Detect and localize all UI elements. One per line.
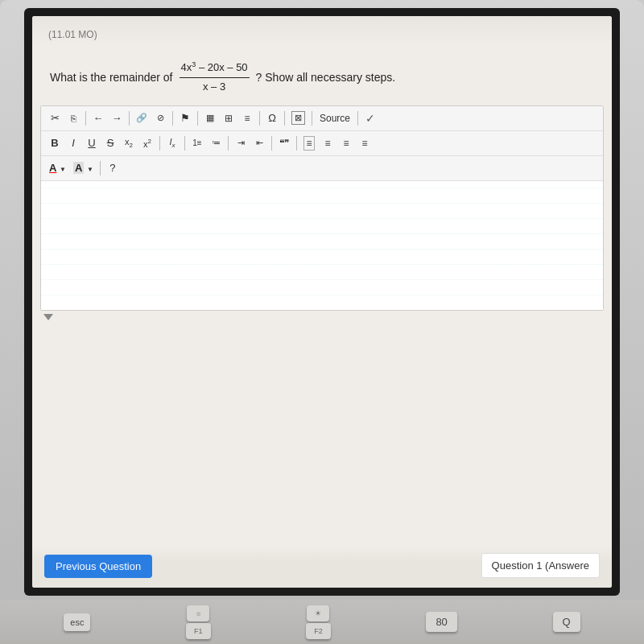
- align-center-icon: ≡: [303, 136, 314, 151]
- flag-icon: ⚑: [180, 112, 190, 124]
- top-content: (11.01 MO): [32, 16, 612, 44]
- question-status-text: Question 1 (Answere: [492, 559, 589, 572]
- laptop-shell: (11.01 MO) What is the remainder of 4x3 …: [0, 0, 644, 644]
- special-char-icon: ⊠: [291, 111, 305, 125]
- brightness-up-icon: ☀: [307, 605, 329, 621]
- separator-4: [197, 111, 198, 126]
- toolbar-buttons-row2: B I U S x2 x2 Ix: [46, 134, 374, 152]
- omega-button[interactable]: Ω: [263, 109, 281, 127]
- flag-button[interactable]: ⚑: [176, 109, 194, 127]
- justify-icon: ≡: [361, 138, 367, 149]
- toolbar-row3: A ▼ A ▼ ?: [41, 156, 603, 181]
- image-icon: ▦: [206, 113, 214, 123]
- list-icon: ≡: [244, 113, 250, 124]
- f3-key[interactable]: 80: [426, 612, 456, 632]
- justify-button[interactable]: ≡: [356, 134, 374, 152]
- separator-10: [184, 136, 185, 151]
- redo-button[interactable]: →: [108, 109, 126, 127]
- subscript-button[interactable]: x2: [120, 134, 138, 152]
- question-prefix: What is the remainder of: [50, 68, 173, 86]
- unordered-list-button[interactable]: ≔: [207, 134, 225, 152]
- special-char-button[interactable]: ⊠: [288, 109, 308, 127]
- separator-11: [228, 136, 229, 151]
- bg-dropdown-arrow-small: ▼: [87, 166, 93, 173]
- source-button[interactable]: Source: [316, 112, 354, 125]
- link-icon: 🔗: [136, 113, 147, 123]
- screen-content: (11.01 MO) What is the remainder of 4x3 …: [32, 16, 612, 588]
- question-text: What is the remainder of 4x3 – 20x – 50 …: [50, 59, 594, 96]
- f4-key[interactable]: Q: [553, 612, 580, 632]
- separator-14: [100, 161, 101, 175]
- strikethrough-button[interactable]: S: [101, 134, 119, 152]
- separator-2: [129, 111, 130, 126]
- bold-button[interactable]: B: [46, 134, 64, 152]
- separator-5: [259, 111, 260, 126]
- unordered-list-icon: ≔: [212, 138, 221, 148]
- toolbar-row1: ✂ ⎘ ← → 🔗 ⊘: [41, 106, 603, 131]
- align-right-button[interactable]: ≡: [337, 134, 355, 152]
- fraction-denominator: x – 3: [201, 78, 227, 96]
- table-button[interactable]: ⊞: [220, 109, 237, 127]
- clear-format-button[interactable]: Ix: [163, 134, 181, 152]
- align-left-button[interactable]: ≡: [319, 134, 336, 152]
- esc-key[interactable]: esc: [64, 613, 90, 631]
- undo-button[interactable]: ←: [89, 109, 107, 127]
- editor-body[interactable]: [41, 181, 603, 310]
- dropdown-area: [32, 311, 612, 324]
- unlink-icon: ⊘: [157, 113, 164, 123]
- toolbar-buttons-row3: A ▼ A ▼ ?: [46, 159, 122, 177]
- toolbar-row2: B I U S x2 x2 Ix: [41, 131, 603, 156]
- blockquote-icon: ❝❞: [279, 138, 289, 149]
- image-button[interactable]: ▦: [201, 109, 219, 127]
- blockquote-button[interactable]: ❝❞: [275, 134, 293, 152]
- clear-format-icon: Ix: [169, 137, 175, 149]
- cut-button[interactable]: ✂: [46, 109, 64, 127]
- outdent-icon: ⇤: [256, 138, 263, 148]
- unlink-button[interactable]: ⊘: [151, 109, 169, 127]
- separator-1: [85, 111, 86, 126]
- bg-color-icon: A ▼: [73, 162, 93, 174]
- question-area: What is the remainder of 4x3 – 20x – 50 …: [32, 44, 612, 105]
- f1-key-label[interactable]: F1: [186, 623, 211, 639]
- f2-key-label[interactable]: F2: [306, 623, 331, 639]
- copy-icon: ⎘: [71, 114, 76, 123]
- table-icon: ⊞: [225, 113, 233, 124]
- outdent-button[interactable]: ⇤: [250, 134, 268, 152]
- ordered-list-icon: 1≡: [192, 138, 201, 147]
- align-left-icon: ≡: [324, 138, 330, 149]
- superscript-button[interactable]: x2: [138, 134, 156, 152]
- omega-icon: Ω: [268, 112, 276, 124]
- top-partial-text: (11.01 MO): [48, 29, 97, 40]
- help-button[interactable]: ?: [104, 159, 122, 177]
- superscript-icon: x2: [143, 138, 151, 149]
- dropdown-arrow-icon: [43, 314, 53, 320]
- check-button[interactable]: ✓: [361, 109, 379, 127]
- question-status-badge: Question 1 (Answere: [481, 553, 600, 578]
- toolbar-buttons-row1: ✂ ⎘ ← → 🔗 ⊘: [46, 109, 379, 127]
- italic-button[interactable]: I: [64, 134, 82, 152]
- dropdown-arrow-small: ▼: [60, 166, 66, 173]
- separator-13: [296, 136, 297, 151]
- separator-9: [159, 136, 160, 151]
- question-suffix: ? Show all necessary steps.: [256, 68, 396, 86]
- align-center-button[interactable]: ≡: [300, 134, 318, 152]
- list-button[interactable]: ≡: [238, 109, 256, 127]
- indent-icon: ⇥: [237, 138, 245, 148]
- underline-button[interactable]: U: [83, 134, 101, 152]
- previous-question-button[interactable]: Previous Question: [44, 555, 152, 578]
- separator-3: [172, 111, 173, 126]
- fraction-numerator: 4x3 – 20x – 50: [180, 59, 250, 78]
- bg-color-button[interactable]: A ▼: [70, 159, 97, 177]
- ordered-list-button[interactable]: 1≡: [188, 134, 206, 152]
- copy-button[interactable]: ⎘: [64, 109, 82, 127]
- keyboard-area: esc ☼ F1 ☀ F2 80 Q: [0, 600, 644, 644]
- editor-container: ✂ ⎘ ← → 🔗 ⊘: [40, 105, 604, 311]
- screen-bezel: (11.01 MO) What is the remainder of 4x3 …: [24, 8, 620, 596]
- separator-7: [312, 111, 312, 126]
- link-button[interactable]: 🔗: [133, 109, 151, 127]
- font-color-button[interactable]: A ▼: [46, 159, 69, 177]
- subscript-icon: x2: [125, 137, 133, 149]
- separator-8: [357, 111, 358, 126]
- indent-button[interactable]: ⇥: [232, 134, 250, 152]
- esc-key-label: esc: [70, 617, 84, 627]
